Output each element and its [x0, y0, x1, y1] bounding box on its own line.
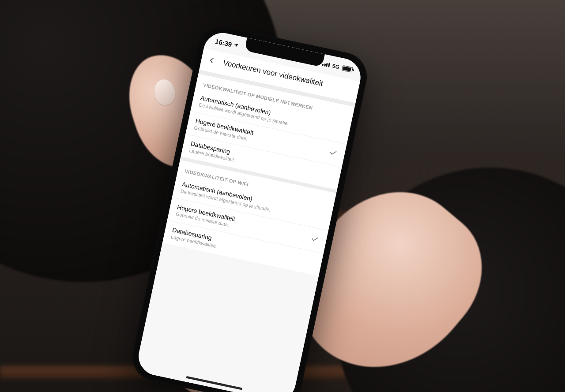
- location-icon: [233, 41, 239, 49]
- check-icon: [314, 211, 325, 222]
- signal-icon: [322, 61, 330, 67]
- chevron-left-icon: [206, 55, 217, 66]
- status-time: 16:39: [215, 37, 233, 48]
- check-icon: [309, 234, 320, 245]
- check-icon: [323, 171, 334, 181]
- check-icon: [328, 148, 339, 158]
- network-type: 5G: [331, 63, 340, 70]
- battery-icon: [342, 65, 353, 73]
- check-icon: [305, 257, 315, 267]
- check-icon: [333, 125, 343, 135]
- back-button[interactable]: [203, 52, 220, 69]
- scene-background: 16:39 5G: [0, 0, 565, 392]
